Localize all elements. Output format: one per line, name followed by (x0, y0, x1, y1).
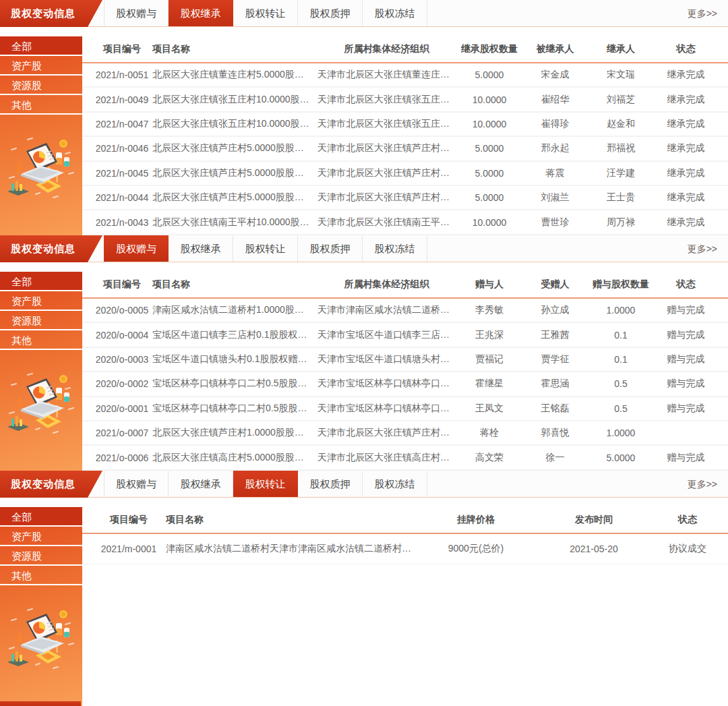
table-row[interactable]: 2021/n-0047北辰区大张庄镇张五庄村10.0000股股权继...天津市北… (82, 113, 728, 137)
data-table: 项目编号项目名称所属村集体经济组织继承股权数量被继承人继承人状态 2021/n-… (82, 36, 728, 235)
column-header: 项目名称 (152, 43, 317, 55)
table-cell: 赵金和 (587, 118, 655, 130)
table-row[interactable]: 2021/n-0045北辰区大张庄镇芦庄村5.0000股股权继承...天津市北辰… (82, 162, 728, 186)
table-cell: 2021/n-0043 (92, 217, 152, 228)
tab-equity-inherit[interactable]: 股权继承 (169, 471, 233, 497)
table-row[interactable]: 2020/o-0004宝坻区牛道口镇李三店村0.1股股权赠与项目天津市宝坻区牛道… (82, 323, 728, 347)
table-cell: 贾福记 (456, 353, 523, 365)
table-row[interactable]: 2020/o-0005津南区咸水沽镇二道桥村1.0000股股权赠...天津市津南… (82, 299, 728, 323)
more-link[interactable]: 更多>> (688, 235, 728, 262)
table-cell: 2021-05-20 (530, 543, 658, 554)
table-cell: 2020/o-0005 (92, 305, 152, 316)
tab-equity-gift[interactable]: 股权赠与 (104, 0, 169, 26)
table-cell: 10.0000 (456, 94, 523, 105)
more-link[interactable]: 更多>> (688, 0, 728, 26)
table-row[interactable]: 2021/m-0001津南区咸水沽镇二道桥村天津市津南区咸水沽镇二道桥村股份经.… (82, 534, 728, 564)
tab-equity-transfer[interactable]: 股权转让 (233, 471, 298, 497)
table-cell: 霍继星 (456, 378, 523, 390)
table-cell: 赠与完成 (655, 304, 717, 316)
table-cell: 10.0000 (456, 217, 523, 228)
sidebar-item-all[interactable]: 全部 (0, 272, 82, 291)
table-row[interactable]: 2021/n-0043北辰区大张庄镇南王平村10.0000股股权继...天津市北… (82, 210, 728, 235)
table-cell: 津南区咸水沽镇二道桥村天津市津南区咸水沽镇二道桥村股份经... (166, 543, 422, 555)
category-sidebar: 全部资产股资源股其他 (0, 36, 82, 235)
tab-equity-gift[interactable]: 股权赠与 (104, 235, 169, 262)
tab-list: 股权赠与股权继承股权转让股权质押股权冻结 (104, 471, 427, 497)
tab-equity-freeze[interactable]: 股权冻结 (363, 471, 427, 497)
sidebar-item-other[interactable]: 其他 (0, 95, 82, 115)
table-cell: 曹世珍 (523, 216, 587, 229)
tab-equity-pledge[interactable]: 股权质押 (298, 235, 363, 262)
tab-equity-pledge[interactable]: 股权质押 (298, 471, 363, 497)
table-row[interactable]: 2021/o-0007北辰区大张庄镇芦庄村1.0000股股权赠与...天津市北辰… (82, 421, 728, 446)
table-cell: 北辰区大张庄镇南王平村10.0000股股权继... (152, 216, 317, 229)
sidebar-item-resource-shares[interactable]: 资源股 (0, 311, 82, 330)
tab-equity-freeze[interactable]: 股权冻结 (363, 0, 427, 26)
table-cell: 徐一 (523, 452, 587, 464)
banner-title: 股权变动信息 (11, 7, 75, 19)
sidebar-item-all[interactable]: 全部 (0, 36, 82, 56)
table-row[interactable]: 2020/o-0002宝坻区林亭口镇林亭口二村0.5股股权赠与...天津市宝坻区… (82, 372, 728, 396)
table-cell: 天津市北辰区大张庄镇芦庄村股份... (317, 167, 456, 179)
table-cell: 5.0000 (456, 143, 523, 154)
table-cell: 2021/m-0001 (92, 543, 166, 554)
table-cell: 2021/n-0045 (92, 168, 152, 179)
tab-equity-inherit[interactable]: 股权继承 (169, 0, 233, 26)
column-header: 所属村集体经济组织 (317, 43, 456, 55)
table-cell: 10.0000 (456, 119, 523, 129)
table-row[interactable]: 2021/n-0044北辰区大张庄镇芦庄村5.0000股股权继承...天津市北辰… (82, 186, 728, 210)
column-header: 项目编号 (92, 43, 152, 55)
table-cell: 继承完成 (655, 192, 717, 204)
table-header-row: 项目编号项目名称所属村集体经济组织赠与人受赠人赠与股权数量状态 (82, 272, 728, 299)
laptop-charts-illustration (6, 606, 76, 673)
table-cell: 2020/o-0002 (92, 378, 152, 389)
sidebar-item-other[interactable]: 其他 (0, 330, 82, 350)
table-cell: 0.5 (587, 403, 655, 414)
column-header: 继承股权数量 (456, 43, 523, 55)
category-list: 全部资产股资源股其他 (0, 36, 82, 115)
banner-title: 股权变动信息 (11, 243, 75, 254)
more-link[interactable]: 更多>> (688, 471, 728, 497)
table-cell: 协议成交 (658, 543, 717, 555)
sidebar-item-all[interactable]: 全部 (0, 507, 82, 527)
sidebar-item-resource-shares[interactable]: 资源股 (0, 76, 82, 95)
tab-equity-pledge[interactable]: 股权质押 (298, 0, 363, 26)
table-cell: 北辰区大张庄镇芦庄村5.0000股股权继承... (152, 167, 317, 179)
table-row[interactable]: 2020/o-0001宝坻区林亭口镇林亭口二村0.5股股权赠与...天津市宝坻区… (82, 397, 728, 421)
table-cell: 宝坻区林亭口镇林亭口二村0.5股股权赠与... (152, 378, 317, 390)
sidebar-item-asset-shares[interactable]: 资产股 (0, 56, 82, 76)
table-cell: 王兆深 (456, 329, 523, 341)
section-gap (0, 27, 728, 36)
section-gap (0, 262, 728, 272)
section-content: 全部资产股资源股其他 (0, 272, 728, 471)
table-row[interactable]: 2021/n-0051北辰区大张庄镇董连庄村5.0000股股权继...天津市北辰… (82, 63, 728, 88)
tab-equity-transfer[interactable]: 股权转让 (233, 0, 298, 26)
tab-equity-transfer[interactable]: 股权转让 (233, 235, 298, 262)
tab-equity-gift[interactable]: 股权赠与 (104, 471, 169, 497)
table-cell: 2021/n-0049 (92, 94, 152, 105)
section-banner: 股权变动信息 (0, 471, 102, 498)
table-row[interactable]: 2021/n-0049北辰区大张庄镇张五庄村10.0000股股权继...天津市北… (82, 88, 728, 112)
table-row[interactable]: 2021/n-0046北辰区大张庄镇芦庄村5.0000股股权继承...天津市北辰… (82, 137, 728, 161)
table-cell: 继承完成 (655, 69, 717, 81)
next-section-banner-edge (0, 701, 81, 706)
table-cell: 宝坻区牛道口镇李三店村0.1股股权赠与项目 (152, 329, 317, 341)
sidebar-item-resource-shares[interactable]: 资源股 (0, 546, 82, 566)
sidebar-item-asset-shares[interactable]: 资产股 (0, 527, 82, 546)
tab-equity-inherit[interactable]: 股权继承 (169, 235, 233, 262)
tab-strip: 股权变动信息 股权赠与股权继承股权转让股权质押股权冻结 更多>> (0, 0, 728, 27)
table-cell: 北辰区大张庄镇芦庄村1.0000股股权赠与... (152, 427, 317, 439)
column-header: 发布时间 (530, 514, 658, 526)
table-cell: 继承完成 (655, 94, 717, 106)
tab-equity-freeze[interactable]: 股权冻结 (363, 235, 427, 262)
table-cell: 赠与完成 (655, 378, 717, 390)
category-list: 全部资产股资源股其他 (0, 507, 82, 585)
table-cell: 天津市津南区咸水沽镇二道桥村股... (317, 304, 456, 316)
table-header-row: 项目编号项目名称所属村集体经济组织继承股权数量被继承人继承人状态 (82, 36, 728, 63)
table-row[interactable]: 2020/o-0003宝坻区牛道口镇塘头村0.1股股权赠与项目天津市宝坻区牛道口… (82, 348, 728, 372)
table-row[interactable]: 2021/o-0006北辰区大张庄镇高庄村5.0000股股权赠与...天津市北辰… (82, 446, 728, 470)
sidebar-item-asset-shares[interactable]: 资产股 (0, 291, 82, 311)
sidebar-item-other[interactable]: 其他 (0, 566, 82, 585)
column-header: 状态 (655, 278, 717, 291)
table-cell: 1.0000 (587, 305, 655, 316)
